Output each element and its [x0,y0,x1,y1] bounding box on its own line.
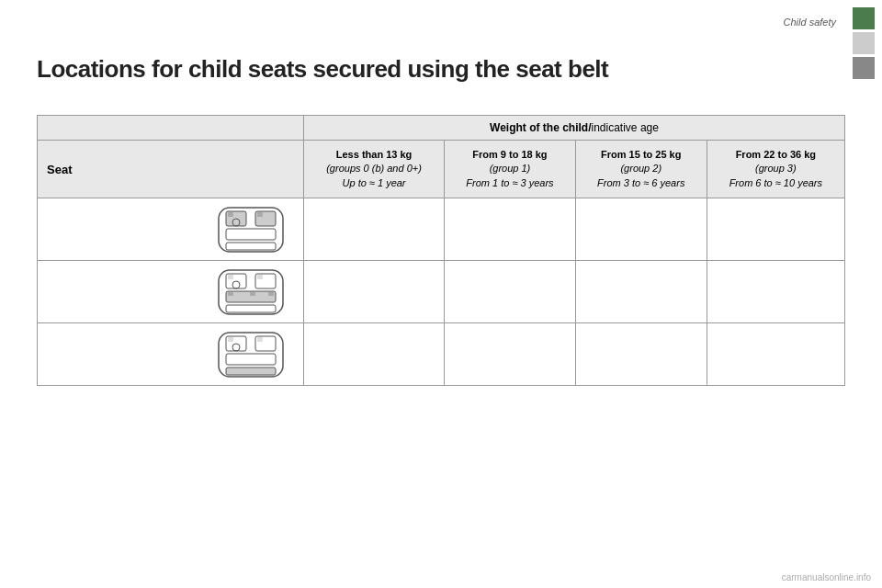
light-gray-block [853,32,875,54]
value-cell-row1-col1 [445,198,576,261]
value-cell-row3-col1 [445,323,576,386]
value-cell-row2-col0 [304,261,445,323]
value-cell-row1-col2 [575,198,707,261]
col-sub2-2: From 3 to ≈ 6 years [597,177,684,188]
value-cell-row2-col2 [575,261,707,323]
col-sub1-0: (groups 0 (b) and 0+) [326,163,422,174]
table-row [38,261,845,323]
value-cell-row1-col0 [304,198,445,261]
table-row [38,198,845,261]
seat-cell-row2 [38,261,304,323]
weight-title-sub: indicative age [592,121,659,134]
green-block [853,7,875,29]
svg-rect-4 [226,243,276,250]
svg-rect-3 [226,229,276,240]
svg-rect-7 [257,212,263,217]
value-cell-row3-col0 [304,323,445,386]
value-cell-row3-col3 [707,323,844,386]
col-header-2: From 15 to 25 kg (group 2) From 3 to ≈ 6… [575,141,707,198]
col-sub2-0: Up to ≈ 1 year [343,177,406,188]
svg-rect-6 [228,212,233,217]
table-row [38,323,845,386]
col-main-1: From 9 to 18 kg [472,149,547,160]
section-label: Child safety [784,17,836,28]
col-header-3: From 22 to 36 kg (group 3) From 6 to ≈ 1… [707,141,844,198]
col-header-0: Less than 13 kg (groups 0 (b) and 0+) Up… [304,141,445,198]
corner-nav [853,0,882,79]
seat-cell-row3 [38,323,304,386]
weight-header: Weight of the child/indicative age [304,116,845,141]
col-main-3: From 22 to 36 kg [736,149,816,160]
seat-cell-row1 [38,198,304,261]
col-sub2-3: From 6 to ≈ 10 years [729,177,822,188]
table-header-sub: Seat Less than 13 kg (groups 0 (b) and 0… [38,141,845,198]
svg-rect-17 [250,292,255,296]
watermark: carmanualsonline.info [782,572,871,582]
svg-rect-12 [226,305,276,312]
svg-rect-18 [268,292,274,296]
page-title: Locations for child seats secured using … [37,55,608,84]
col-sub1-2: (group 2) [620,163,662,174]
car-diagram-row2 [45,266,292,319]
seat-column-header: Seat [38,141,304,198]
car-svg-row2 [209,266,292,319]
value-cell-row2-col3 [707,261,844,323]
svg-rect-23 [226,368,276,375]
svg-rect-15 [257,275,263,279]
child-seat-table: Weight of the child/indicative age Seat … [37,115,845,386]
weight-title-bold: Weight of the child/ [490,121,591,134]
car-svg-row1 [209,203,292,256]
svg-rect-16 [228,292,233,296]
svg-rect-26 [257,337,263,342]
dark-gray-block [853,57,875,79]
col-sub1-1: (group 1) [490,163,531,174]
value-cell-row3-col2 [575,323,707,386]
car-svg-row3 [209,328,292,381]
col-main-0: Less than 13 kg [336,149,413,160]
col-main-2: From 15 to 25 kg [601,149,681,160]
value-cell-row1-col3 [707,198,844,261]
svg-rect-14 [228,275,233,279]
svg-rect-25 [228,337,233,342]
svg-rect-22 [226,354,276,365]
car-topview-svg-row3 [213,329,288,380]
col-sub1-3: (group 3) [755,163,797,174]
car-topview-svg-row1 [213,204,288,255]
table-header-top: Weight of the child/indicative age [38,116,845,141]
col-header-1: From 9 to 18 kg (group 1) From 1 to ≈ 3 … [445,141,576,198]
car-diagram-row1 [45,203,292,256]
header-empty-cell [38,116,304,141]
child-seat-table-container: Weight of the child/indicative age Seat … [37,115,845,386]
car-diagram-row3 [45,328,292,381]
col-sub2-1: From 1 to ≈ 3 years [466,177,553,188]
car-topview-svg-row2 [213,266,288,318]
value-cell-row2-col1 [445,261,576,323]
